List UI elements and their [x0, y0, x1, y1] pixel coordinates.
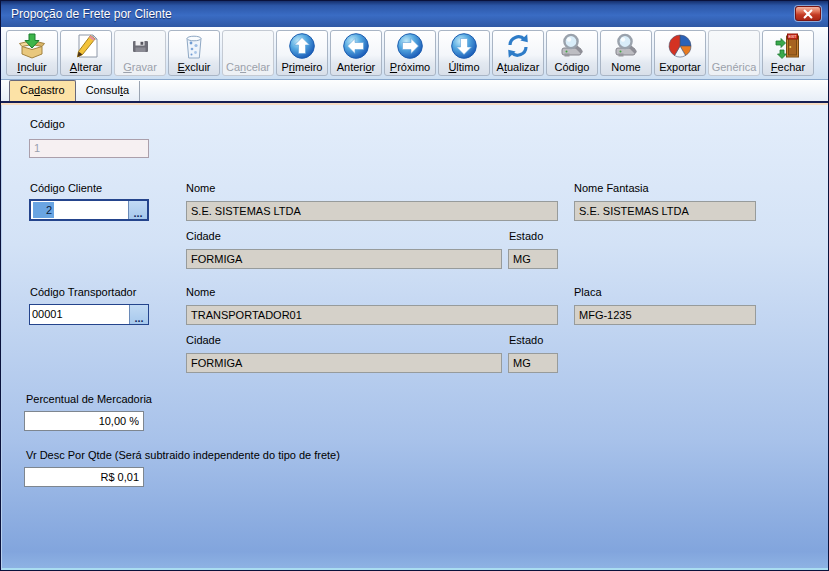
codigo-label: Código [30, 118, 65, 131]
tab-bar: CadastroConsulta [1, 80, 828, 101]
codigo-cliente-value[interactable]: 2 [31, 201, 128, 219]
toolbar-button-codigo[interactable]: Código [546, 30, 598, 76]
placa-label: Placa [574, 286, 602, 299]
toolbar-button-generica: Genérica [708, 30, 760, 76]
cadastro-tab-panel: Código 1 Código Cliente 2 ... Nome S.E. … [1, 105, 828, 570]
toolbar-button-excluir[interactable]: Excluir [168, 30, 220, 76]
close-x-icon [803, 5, 813, 23]
cliente-nome-field: S.E. SISTEMAS LTDA [186, 201, 558, 221]
toolbar-button-label: Excluir [177, 60, 210, 75]
search-icon [558, 32, 586, 60]
pie-chart-icon [666, 32, 694, 60]
trash-icon [180, 32, 208, 60]
cliente-cidade-label: Cidade [186, 230, 221, 243]
toolbar-button-nome[interactable]: Nome [600, 30, 652, 76]
toolbar-button-incluir[interactable]: Incluir [6, 30, 58, 76]
arrow-right-circle-icon [396, 32, 424, 60]
toolbar-button-proximo[interactable]: Próximo [384, 30, 436, 76]
toolbar-button-ultimo[interactable]: Último [438, 30, 490, 76]
codigo-transportador-label: Código Transportador [30, 286, 136, 299]
transportador-cidade-label: Cidade [186, 334, 221, 347]
cliente-estado-label: Estado [509, 230, 543, 243]
toolbar-button-cancelar: Cancelar [222, 30, 274, 76]
toolbar-button-label: Cancelar [226, 60, 270, 75]
transportador-estado-field: MG [508, 353, 558, 373]
toolbar-button-primeiro[interactable]: Primeiro [276, 30, 328, 76]
tab-cadastro[interactable]: Cadastro [9, 80, 76, 101]
arrow-up-circle-icon [288, 32, 316, 60]
codigo-transportador-value[interactable]: 00001 [30, 305, 129, 324]
arrow-left-circle-icon [342, 32, 370, 60]
window-title: Propoção de Frete por Cliente [1, 7, 172, 21]
edit-pencil-icon [72, 32, 100, 60]
toolbar-button-label: Nome [611, 60, 640, 75]
codigo-field: 1 [29, 139, 149, 158]
desconto-qtde-input[interactable] [24, 467, 144, 487]
toolbar-button-label: Exportar [659, 60, 701, 75]
cliente-nome-fantasia-field: S.E. SISTEMAS LTDA [574, 201, 756, 221]
toolbar-button-anterior[interactable]: Anterior [330, 30, 382, 76]
inbox-add-icon [18, 32, 46, 60]
codigo-cliente-browse-button[interactable]: ... [128, 201, 147, 219]
toolbar-button-exportar[interactable]: Exportar [654, 30, 706, 76]
desconto-qtde-label: Vr Desc Por Qtde (Será subtraido indepen… [26, 449, 340, 462]
toolbar-button-label: Anterior [337, 60, 376, 75]
codigo-transportador-browse-button[interactable]: ... [129, 305, 148, 324]
cliente-nome-fantasia-label: Nome Fantasia [574, 182, 649, 195]
tab-consulta[interactable]: Consulta [76, 81, 140, 101]
titlebar: Propoção de Frete por Cliente [1, 1, 828, 27]
placa-field: MFG-1235 [574, 305, 756, 325]
refresh-icon [504, 32, 532, 60]
toolbar-button-atualizar[interactable]: Atualizar [492, 30, 544, 76]
transportador-cidade-field: FORMIGA [186, 353, 502, 373]
toolbar-button-label: Fechar [771, 60, 805, 75]
percentual-mercadoria-input[interactable] [24, 411, 144, 431]
transportador-nome-field: TRANSPORTADOR01 [186, 305, 558, 325]
toolbar-button-gravar: Gravar [114, 30, 166, 76]
app-window: Propoção de Frete por Cliente IncluirAlt… [0, 0, 829, 571]
search-icon [612, 32, 640, 60]
toolbar-button-label: Primeiro [282, 60, 323, 75]
ellipsis-icon: ... [134, 312, 143, 324]
cliente-estado-field: MG [508, 249, 558, 269]
toolbar-button-label: Último [448, 60, 479, 75]
toolbar-button-label: Próximo [390, 60, 430, 75]
toolbar-button-alterar[interactable]: Alterar [60, 30, 112, 76]
cliente-nome-label: Nome [186, 182, 215, 195]
transportador-nome-label: Nome [186, 286, 215, 299]
save-disk-icon [126, 32, 154, 60]
codigo-cliente-label: Código Cliente [30, 182, 102, 195]
svg-text:EXIT: EXIT [789, 35, 798, 39]
toolbar-button-label: Gravar [123, 60, 157, 75]
toolbar-button-label: Incluir [17, 60, 46, 75]
toolbar-button-label: Genérica [712, 60, 757, 75]
toolbar-button-label: Código [555, 60, 590, 75]
toolbar-button-fechar[interactable]: EXITFechar [762, 30, 814, 76]
arrow-down-circle-icon [450, 32, 478, 60]
percentual-mercadoria-label: Percentual de Mercadoria [26, 393, 152, 406]
toolbar-button-label: Alterar [70, 60, 102, 75]
close-button[interactable] [795, 6, 821, 21]
ellipsis-icon: ... [133, 207, 142, 219]
cliente-cidade-field: FORMIGA [186, 249, 502, 269]
codigo-cliente-field[interactable]: 2 ... [29, 199, 149, 221]
codigo-transportador-field[interactable]: 00001 ... [29, 304, 149, 325]
transportador-estado-label: Estado [509, 334, 543, 347]
toolbar: IncluirAlterarGravarExcluirCancelarPrime… [1, 27, 828, 80]
exit-door-icon: EXIT [774, 32, 802, 60]
toolbar-button-label: Atualizar [497, 60, 540, 75]
